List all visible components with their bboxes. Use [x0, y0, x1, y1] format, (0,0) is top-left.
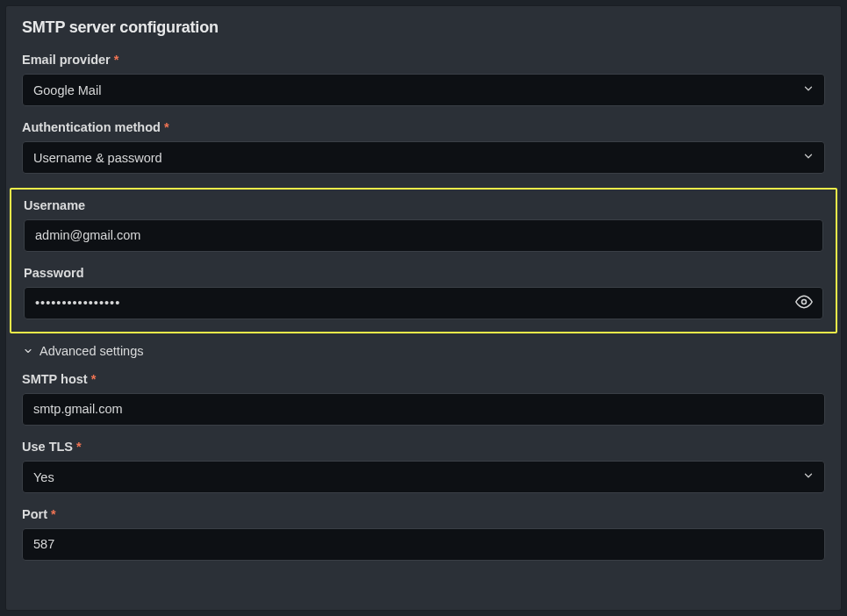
field-port: Port *: [22, 507, 825, 561]
advanced-settings-toggle[interactable]: Advanced settings: [22, 344, 144, 358]
auth-method-value: Username & password: [22, 141, 825, 174]
field-username: Username: [24, 198, 823, 252]
auth-method-label: Authentication method: [22, 120, 161, 134]
email-provider-value: Google Mail: [22, 74, 825, 106]
field-email-provider: Email provider * Google Mail: [22, 53, 825, 106]
smtp-host-input[interactable]: [22, 393, 825, 426]
email-provider-label-row: Email provider *: [22, 53, 825, 67]
field-auth-method: Authentication method * Username & passw…: [22, 120, 825, 174]
section-title: SMTP server configuration: [22, 18, 825, 37]
required-asterisk: *: [76, 440, 82, 454]
use-tls-label-row: Use TLS *: [22, 440, 825, 454]
field-smtp-host: SMTP host *: [22, 372, 825, 426]
auth-method-label-row: Authentication method *: [22, 120, 825, 134]
show-password-button[interactable]: [792, 291, 816, 316]
required-asterisk: *: [164, 120, 169, 134]
credentials-highlight: Username Password: [10, 188, 837, 333]
advanced-settings-label: Advanced settings: [39, 344, 144, 358]
port-label: Port: [22, 507, 47, 521]
required-asterisk: *: [51, 507, 56, 521]
use-tls-value: Yes: [22, 461, 825, 493]
username-label: Username: [24, 198, 823, 212]
username-input[interactable]: [24, 219, 823, 252]
use-tls-label: Use TLS: [22, 440, 73, 454]
required-asterisk: *: [114, 53, 119, 67]
use-tls-select[interactable]: Yes: [22, 461, 825, 493]
auth-method-select[interactable]: Username & password: [22, 141, 825, 174]
port-input[interactable]: [22, 528, 825, 561]
smtp-config-panel: SMTP server configuration Email provider…: [5, 5, 842, 611]
email-provider-label: Email provider: [22, 53, 111, 67]
eye-icon: [795, 293, 813, 313]
password-label: Password: [24, 266, 823, 280]
svg-point-0: [802, 300, 807, 304]
email-provider-select[interactable]: Google Mail: [22, 74, 825, 106]
smtp-host-label: SMTP host: [22, 372, 88, 386]
field-use-tls: Use TLS * Yes: [22, 440, 825, 493]
chevron-down-icon: [22, 345, 34, 357]
required-asterisk: *: [91, 372, 97, 386]
password-input[interactable]: [24, 287, 823, 319]
field-password: Password: [24, 266, 823, 319]
smtp-host-label-row: SMTP host *: [22, 372, 825, 386]
port-label-row: Port *: [22, 507, 825, 521]
